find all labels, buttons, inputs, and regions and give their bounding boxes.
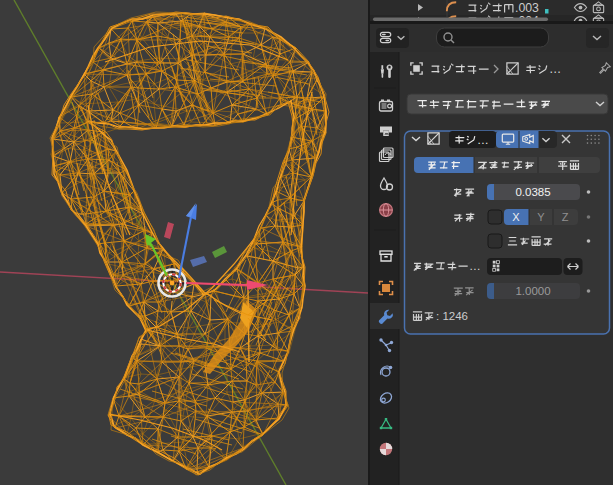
svg-text:…: … bbox=[469, 259, 481, 273]
svg-text:: 1246: : 1246 bbox=[436, 310, 468, 322]
svg-text:Z: Z bbox=[562, 211, 569, 223]
svg-text:…: … bbox=[549, 62, 561, 76]
svg-text:Y: Y bbox=[537, 211, 545, 223]
svg-text:.003: .003 bbox=[515, 1, 539, 15]
svg-text:0.0385: 0.0385 bbox=[515, 186, 550, 198]
svg-text:1.0000: 1.0000 bbox=[515, 285, 550, 297]
svg-text:X: X bbox=[512, 211, 520, 223]
svg-text:…: … bbox=[477, 133, 489, 147]
